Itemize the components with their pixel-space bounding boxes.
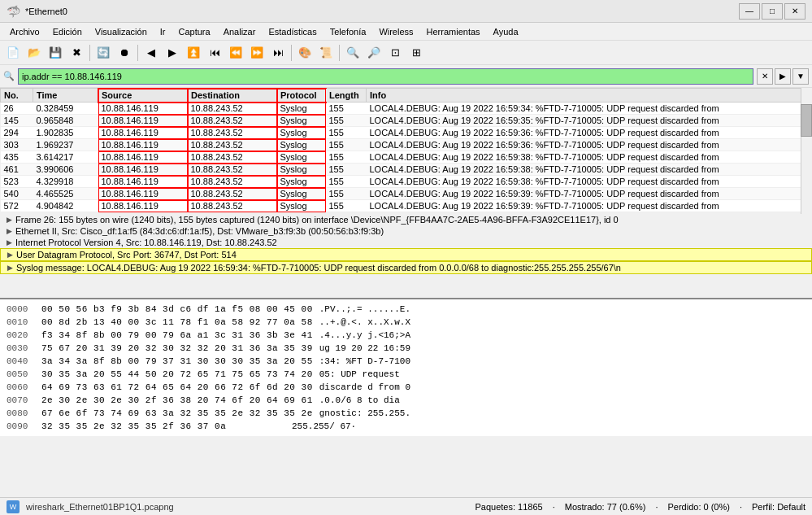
- cell-info: LOCAL4.DEBUG: Aug 19 2022 16:59:38: %FTD…: [367, 176, 812, 188]
- menu-wireless[interactable]: Wireless: [372, 23, 419, 40]
- packet-list-scrollbar[interactable]: [801, 88, 812, 214]
- status-displayed: Mostrado: 77 (0.6%): [565, 502, 646, 512]
- col-header-source[interactable]: Source: [98, 89, 188, 103]
- minimize-button[interactable]: —: [739, 3, 760, 20]
- detail-item-text: Ethernet II, Src: Cisco_df:1a:f5 (84:3d:…: [15, 226, 384, 236]
- toolbar-capture-btn[interactable]: ⏺: [115, 43, 134, 63]
- cell-no: 572: [1, 200, 33, 212]
- hex-ascii: .4...y.y j.<16;>A: [319, 329, 410, 342]
- cell-source: 10.88.146.119: [98, 127, 188, 139]
- menu-captura[interactable]: Captura: [172, 23, 217, 40]
- toolbar-fwd-btn[interactable]: ▶: [163, 43, 182, 63]
- cell-dest: 10.88.243.52: [188, 188, 277, 200]
- menu-edicion[interactable]: Edición: [46, 23, 89, 40]
- hex-dump-pane: 000000 50 56 b3 f9 3b 84 3d c6 df 1a f5 …: [0, 299, 812, 515]
- packet-list-scrollbar-thumb[interactable]: [801, 104, 812, 137]
- hex-offset: 0010: [7, 316, 35, 329]
- table-row[interactable]: 5724.90484210.88.146.11910.88.243.52Sysl…: [1, 200, 812, 212]
- filter-apply-btn[interactable]: ▶: [775, 68, 791, 85]
- hex-ascii: gnostic: 255.255.: [319, 407, 410, 420]
- table-row[interactable]: 260.32845910.88.146.11910.88.243.52Syslo…: [1, 103, 812, 115]
- detail-item[interactable]: ▶Frame 26: 155 bytes on wire (1240 bits)…: [0, 214, 812, 225]
- filter-input-wrap: [18, 68, 753, 85]
- menu-herramientas[interactable]: Herramientas: [420, 23, 487, 40]
- col-header-proto[interactable]: Protocol: [277, 89, 326, 103]
- toolbar-zoomnormal-btn[interactable]: ⊡: [385, 43, 405, 63]
- packet-detail-pane: ▶Frame 26: 155 bytes on wire (1240 bits)…: [0, 214, 812, 299]
- toolbar-save-btn[interactable]: 💾: [46, 43, 65, 63]
- toolbar-next-btn[interactable]: ⏩: [247, 43, 267, 63]
- filter-clear-btn[interactable]: ✕: [757, 68, 773, 85]
- hex-ascii: :34: %FT D-7-7100: [319, 355, 410, 368]
- cell-dest: 10.88.243.52: [188, 115, 277, 127]
- filter-input[interactable]: [18, 68, 753, 85]
- toolbar-open-btn[interactable]: 📂: [24, 43, 44, 63]
- toolbar-goto-btn[interactable]: ⏫: [184, 43, 203, 63]
- table-row[interactable]: 1450.96584810.88.146.11910.88.243.52Sysl…: [1, 115, 812, 127]
- table-row[interactable]: 4613.99060610.88.146.11910.88.243.52Sysl…: [1, 164, 812, 176]
- menu-archivo[interactable]: Archivo: [3, 23, 46, 40]
- menu-analizar[interactable]: Analizar: [217, 23, 263, 40]
- toolbar-last-btn[interactable]: ⏭: [268, 43, 288, 63]
- hex-offset: 0060: [7, 381, 35, 394]
- cell-info: LOCAL4.DEBUG: Aug 19 2022 16:59:36: %FTD…: [367, 139, 812, 151]
- toolbar-colorize-btn[interactable]: 🎨: [295, 43, 315, 63]
- menu-ir[interactable]: Ir: [154, 23, 172, 40]
- hex-row: 005030 35 3a 20 55 44 50 20 72 65 71 75 …: [7, 368, 805, 381]
- menu-estadisticas[interactable]: Estadísticas: [262, 23, 323, 40]
- cell-time: 4.904842: [33, 200, 98, 212]
- table-row[interactable]: 3031.96923710.88.146.11910.88.243.52Sysl…: [1, 139, 812, 151]
- hex-bytes: 00 8d 2b 13 40 00 3c 11 78 f1 0a 58 92 7…: [41, 316, 313, 329]
- hex-row: 003075 67 20 31 39 20 32 30 32 32 20 31 …: [7, 342, 805, 355]
- detail-item-text: Syslog message: LOCAL4.DEBUG: Aug 19 202…: [16, 263, 621, 273]
- col-header-info[interactable]: Info: [367, 89, 812, 103]
- detail-item[interactable]: ▶Ethernet II, Src: Cisco_df:1a:f5 (84:3d…: [0, 225, 812, 237]
- hex-bytes: 64 69 73 63 61 72 64 65 64 20 66 72 6f 6…: [41, 381, 313, 394]
- detail-item[interactable]: ▶Internet Protocol Version 4, Src: 10.88…: [0, 237, 812, 248]
- filter-actions: ✕ ▶ ▼: [757, 68, 809, 85]
- maximize-button[interactable]: □: [762, 3, 783, 20]
- close-button[interactable]: ✕: [784, 3, 805, 20]
- table-row[interactable]: 5234.32991810.88.146.11910.88.243.52Sysl…: [1, 176, 812, 188]
- cell-time: 4.329918: [33, 176, 98, 188]
- table-row[interactable]: 5404.46552510.88.146.11910.88.243.52Sysl…: [1, 188, 812, 200]
- toolbar-new-btn[interactable]: 📄: [3, 43, 23, 63]
- toolbar-first-btn[interactable]: ⏮: [205, 43, 224, 63]
- toolbar-back-btn[interactable]: ◀: [141, 43, 161, 63]
- col-header-dest[interactable]: Destination: [188, 89, 277, 103]
- col-header-time[interactable]: Time: [33, 89, 98, 103]
- cell-source: 10.88.146.119: [98, 103, 188, 115]
- status-sep3: ·: [740, 502, 742, 512]
- cell-length: 155: [326, 176, 367, 188]
- cell-proto: Syslog: [277, 103, 326, 115]
- toolbar-zoomin-btn[interactable]: 🔍: [343, 43, 363, 63]
- hex-ascii: discarde d from 0: [319, 381, 410, 394]
- cell-proto: Syslog: [277, 176, 326, 188]
- hex-row: 006064 69 73 63 61 72 64 65 64 20 66 72 …: [7, 381, 805, 394]
- toolbar-resize-btn[interactable]: ⊞: [406, 43, 426, 63]
- hex-ascii: ug 19 20 22 16:59: [319, 342, 410, 355]
- cell-dest: 10.88.243.52: [188, 151, 277, 164]
- col-header-length[interactable]: Length: [326, 89, 367, 103]
- toolbar-zoomout-btn[interactable]: 🔎: [364, 43, 384, 63]
- menu-telefonia[interactable]: Telefonía: [323, 23, 373, 40]
- menu-ayuda[interactable]: Ayuda: [487, 23, 525, 40]
- cell-dest: 10.88.243.52: [188, 127, 277, 139]
- toolbar-close-btn[interactable]: ✖: [67, 43, 86, 63]
- hex-bytes: 2e 30 2e 30 2e 30 2f 36 38 20 74 6f 20 6…: [41, 394, 313, 407]
- table-row[interactable]: 2941.90283510.88.146.11910.88.243.52Sysl…: [1, 127, 812, 139]
- filter-bookmark-btn[interactable]: ▼: [792, 68, 809, 85]
- cell-length: 155: [326, 164, 367, 176]
- col-header-no[interactable]: No.: [1, 89, 33, 103]
- toolbar-prev-btn[interactable]: ⏪: [226, 43, 245, 63]
- menu-visualizacion[interactable]: Visualización: [89, 23, 154, 40]
- detail-item[interactable]: ▶Syslog message: LOCAL4.DEBUG: Aug 19 20…: [0, 261, 812, 274]
- hex-offset: 0030: [7, 342, 35, 355]
- detail-item[interactable]: ▶User Datagram Protocol, Src Port: 36747…: [0, 248, 812, 261]
- table-row[interactable]: 4353.61421710.88.146.11910.88.243.52Sysl…: [1, 151, 812, 164]
- toolbar-reload-btn[interactable]: 🔄: [93, 43, 113, 63]
- packet-table-body: 260.32845910.88.146.11910.88.243.52Syslo…: [1, 103, 812, 212]
- toolbar-autoscroll-btn[interactable]: 📜: [316, 43, 336, 63]
- hex-offset: 0000: [7, 303, 35, 316]
- cell-time: 3.614217: [33, 151, 98, 164]
